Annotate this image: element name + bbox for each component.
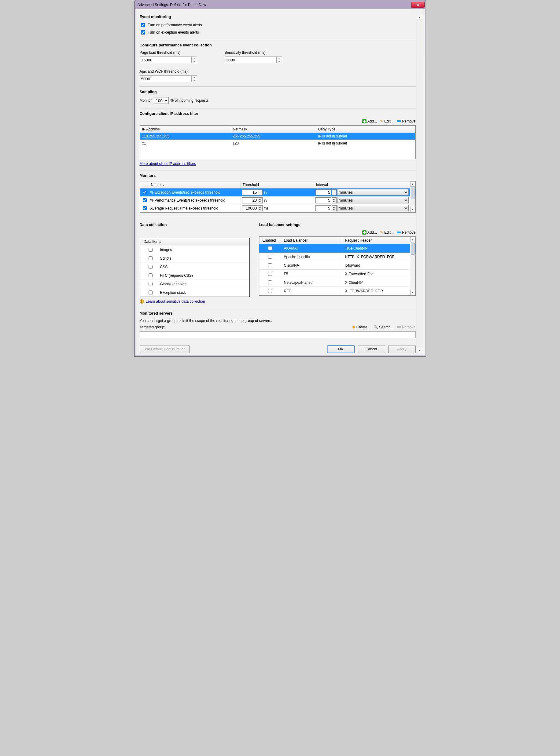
data-item-label: HTC (requires CSS)	[160, 273, 193, 278]
ok-button[interactable]: OK	[327, 345, 355, 353]
table-row[interactable]: ::1128IP is not in subnet	[140, 140, 415, 147]
search-button[interactable]: Search...	[374, 325, 394, 329]
threshold-input[interactable]	[242, 205, 258, 211]
lb-enabled-checkbox[interactable]	[268, 280, 272, 285]
main-scrollbar[interactable]: ▲ ▼	[417, 15, 422, 353]
interval-unit-dropdown[interactable]: minutes	[337, 189, 409, 195]
table-row[interactable]: AKAMAITrue-Client-IP	[259, 244, 415, 253]
ajax-wcf-spinner[interactable]: ▲▼	[192, 76, 197, 82]
col-lb-enabled[interactable]: Enabled	[259, 237, 281, 244]
lb-remove-button[interactable]: Remove	[397, 230, 416, 235]
interval-spinner[interactable]: ▲▼	[332, 197, 337, 204]
cancel-button[interactable]: Cancel	[358, 345, 385, 353]
monitor-checkbox[interactable]	[143, 198, 147, 202]
interval-unit-dropdown[interactable]: minutes	[337, 205, 409, 211]
table-row[interactable]: RFCX_FORWARDED_FOR	[259, 287, 415, 295]
table-row[interactable]: 110.255.255.255255.255.255.255IP is not …	[140, 133, 415, 140]
col-deny[interactable]: Deny Type	[316, 126, 415, 133]
ip-remove-button[interactable]: Remove	[397, 119, 416, 123]
lb-enabled-checkbox[interactable]	[268, 263, 272, 267]
data-item-checkbox[interactable]	[148, 256, 153, 260]
list-item[interactable]: Global variables	[140, 279, 249, 288]
threshold-input[interactable]	[242, 189, 258, 195]
sampling-suffix: % of incoming requests	[171, 98, 209, 103]
interval-spinner[interactable]: ▲▼	[332, 189, 337, 195]
scroll-up-icon[interactable]: ▲	[410, 237, 415, 242]
list-item[interactable]: Scripts	[140, 254, 249, 262]
interval-input[interactable]	[316, 197, 331, 204]
page-load-spinner[interactable]: ▲▼	[192, 57, 197, 63]
interval-input[interactable]	[316, 205, 331, 211]
lb-enabled-checkbox[interactable]	[268, 272, 272, 276]
table-row[interactable]: % Performance Events/sec exceeds thresho…	[140, 196, 415, 204]
interval-input[interactable]	[316, 189, 331, 195]
minus-icon	[397, 326, 401, 328]
ip-add-button[interactable]: Add...	[362, 119, 377, 123]
interval-unit-dropdown[interactable]: minutes	[337, 197, 409, 204]
page-load-input[interactable]	[140, 57, 192, 63]
client-area: Event monitoring Turn on performance eve…	[135, 9, 425, 356]
ip-edit-button[interactable]: Edit...	[380, 119, 394, 123]
ajax-wcf-input[interactable]	[140, 76, 192, 82]
lb-scrollbar[interactable]: ▲ ▼	[410, 237, 415, 295]
table-row[interactable]: Cisco/NATx-forward	[259, 261, 415, 270]
sampling-dropdown[interactable]: 100	[154, 97, 169, 104]
create-button[interactable]: Create...	[352, 325, 371, 330]
col-lb-header[interactable]: Request Header	[342, 237, 409, 244]
lb-grid[interactable]: Enabled Load Balancer Request Header AKA…	[259, 236, 416, 296]
col-netmask[interactable]: Netmask	[231, 126, 316, 133]
table-row[interactable]: % Exception Events/sec exceeds threshold…	[140, 188, 415, 196]
close-button[interactable]: ✕	[411, 2, 425, 8]
scroll-down-icon[interactable]: ▼	[410, 207, 415, 212]
table-row[interactable]: Netscape/iPlanetX-Client-IP	[259, 278, 415, 287]
learn-sensitive-link[interactable]: Learn about sensitive data collection	[146, 299, 205, 303]
list-item[interactable]: Images	[140, 245, 249, 254]
perf-alerts-checkbox[interactable]	[141, 23, 145, 27]
table-row[interactable]: F5X-Forwarded-For	[259, 270, 415, 278]
col-ip[interactable]: IP Address	[140, 126, 231, 133]
sensitivity-spinner[interactable]: ▲▼	[277, 57, 282, 63]
lb-enabled-checkbox[interactable]	[268, 255, 272, 259]
lb-edit-button[interactable]: Edit...	[380, 230, 394, 235]
threshold-input[interactable]	[242, 197, 258, 204]
threshold-spinner[interactable]: ▲▼	[258, 205, 263, 211]
interval-spinner[interactable]: ▲▼	[332, 205, 337, 211]
scroll-down-icon[interactable]: ▼	[410, 290, 415, 295]
scroll-up-icon[interactable]: ▲	[410, 182, 415, 187]
exc-alerts-checkbox[interactable]	[141, 30, 145, 35]
data-item-checkbox[interactable]	[148, 291, 153, 294]
ip-more-link[interactable]: More about client IP address filters	[140, 162, 196, 166]
lb-add-button[interactable]: Add...	[362, 230, 377, 235]
targeted-group-input[interactable]	[140, 331, 416, 338]
lb-enabled-checkbox[interactable]	[268, 246, 272, 250]
threshold-spinner[interactable]: ▲▼	[258, 189, 263, 195]
scroll-down-icon[interactable]: ▼	[417, 348, 422, 353]
list-item[interactable]: Exception stack	[140, 288, 249, 297]
monitors-scrollbar[interactable]: ▲ ▼	[410, 182, 415, 212]
perf-alerts-checkbox-row[interactable]: Turn on performance event alerts	[140, 22, 416, 28]
scroll-up-icon[interactable]: ▲	[417, 15, 422, 20]
sensitivity-input[interactable]	[225, 57, 277, 63]
monitor-checkbox[interactable]	[143, 190, 147, 194]
titlebar[interactable]: Advanced Settings: Default for DinnerNow…	[135, 1, 425, 9]
col-lb-name[interactable]: Load Balancer	[281, 237, 342, 244]
ip-filter-grid[interactable]: IP Address Netmask Deny Type 110.255.255…	[140, 125, 416, 159]
lb-enabled-checkbox[interactable]	[268, 289, 272, 293]
data-item-checkbox[interactable]	[148, 248, 153, 252]
data-items-list[interactable]: Data Items ImagesScriptsCSSHTC (requires…	[140, 238, 250, 297]
list-item[interactable]: CSS	[140, 262, 249, 271]
data-item-checkbox[interactable]	[148, 273, 153, 277]
col-mon-interval[interactable]: Interval	[314, 182, 410, 188]
data-item-checkbox[interactable]	[148, 265, 153, 269]
col-mon-threshold[interactable]: Threshold	[241, 182, 314, 188]
data-item-checkbox[interactable]	[148, 282, 153, 286]
mon-servers-desc: You can target a group to limit the scop…	[140, 319, 416, 323]
col-mon-name[interactable]: Name	[151, 183, 161, 187]
exc-alerts-checkbox-row[interactable]: Turn on exception events alerts	[140, 29, 416, 36]
table-row[interactable]: Apache-specificHTTP_X_FORWARDED_FOR	[259, 253, 415, 261]
list-item[interactable]: HTC (requires CSS)	[140, 271, 249, 279]
table-row[interactable]: Average Request Time exceeds threshold ▲…	[140, 204, 415, 212]
monitor-checkbox[interactable]	[143, 206, 147, 210]
monitors-grid[interactable]: Name▲ Threshold Interval % Exception Eve…	[140, 181, 416, 213]
threshold-spinner[interactable]: ▲▼	[258, 197, 263, 204]
